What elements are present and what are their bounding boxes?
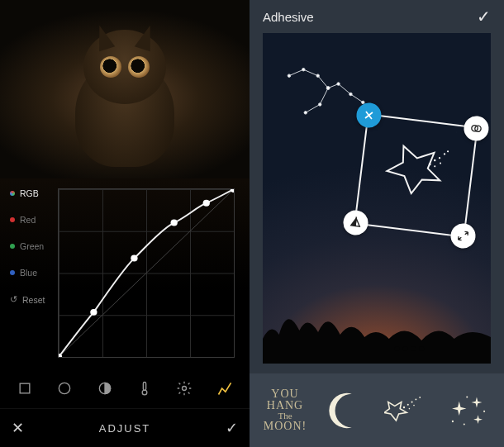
- svg-point-22: [395, 346, 400, 351]
- curve-grid-wrap: [55, 178, 250, 368]
- preview-image: [0, 0, 250, 178]
- curves-editor-panel: RGB Red Green Blue ↺ Reset: [0, 0, 250, 447]
- settings-tool[interactable]: [175, 379, 193, 397]
- sticker-option-crescent-moon[interactable]: [320, 384, 373, 437]
- svg-point-43: [466, 396, 468, 397]
- svg-point-8: [59, 383, 70, 393]
- bottom-bar: ✕ ADJUST ✓: [0, 409, 250, 447]
- svg-point-38: [415, 398, 416, 400]
- svg-point-25: [419, 346, 424, 351]
- svg-point-27: [433, 159, 435, 161]
- text-line: YOU: [271, 388, 298, 400]
- svg-point-18: [349, 93, 352, 95]
- svg-point-35: [403, 406, 405, 407]
- sticker-confirm-button[interactable]: ✓: [477, 7, 491, 26]
- svg-point-4: [171, 220, 178, 226]
- svg-line-0: [59, 189, 234, 357]
- svg-point-41: [413, 404, 415, 406]
- sticker-option-sparkles[interactable]: [442, 384, 495, 437]
- text-line: MOON!: [264, 421, 307, 432]
- sticker-canvas[interactable]: [263, 33, 491, 364]
- svg-point-45: [464, 423, 465, 425]
- sticker-selection-box[interactable]: [354, 113, 478, 237]
- sticker-editor-panel: Adhesive ✓: [250, 0, 504, 447]
- text-line: HANG: [267, 400, 303, 411]
- rgb-dot-icon: [10, 191, 15, 196]
- svg-point-12: [183, 386, 187, 390]
- channel-label: Blue: [20, 268, 37, 278]
- svg-point-23: [403, 346, 408, 351]
- svg-point-42: [452, 420, 454, 421]
- svg-point-21: [304, 112, 307, 114]
- channel-label: RGB: [20, 188, 39, 198]
- svg-point-28: [438, 156, 440, 159]
- svg-point-2: [90, 309, 97, 316]
- sticker-tray: YOU HANG The MOON!: [250, 373, 504, 447]
- silhouette-trees: [263, 289, 491, 364]
- star-sticker-icon: [374, 136, 457, 218]
- svg-point-30: [446, 150, 448, 152]
- svg-point-15: [316, 74, 319, 77]
- green-dot-icon: [10, 244, 15, 249]
- cancel-button[interactable]: ✕: [12, 419, 28, 437]
- svg-point-24: [411, 346, 416, 351]
- blue-dot-icon: [10, 270, 15, 275]
- confirm-button[interactable]: ✓: [221, 419, 238, 437]
- reset-label: Reset: [22, 295, 45, 305]
- temperature-tool[interactable]: [136, 379, 154, 397]
- svg-point-17: [337, 83, 340, 85]
- vignette-tool[interactable]: [55, 379, 74, 397]
- sticker-header-title: Adhesive: [263, 10, 314, 24]
- curve-grid[interactable]: [58, 188, 235, 358]
- sticker-header: Adhesive ✓: [250, 0, 504, 33]
- curve-line[interactable]: [59, 189, 234, 357]
- svg-point-29: [443, 153, 445, 155]
- channel-green[interactable]: Green: [10, 241, 55, 251]
- svg-point-39: [419, 397, 421, 398]
- svg-point-16: [326, 87, 330, 90]
- curves-tool[interactable]: [216, 379, 234, 397]
- curves-panel: RGB Red Green Blue ↺ Reset: [0, 178, 250, 368]
- owl-illustration: [67, 30, 183, 162]
- svg-point-20: [319, 103, 321, 106]
- channel-blue[interactable]: Blue: [10, 268, 55, 278]
- svg-point-40: [409, 407, 411, 409]
- svg-point-3: [131, 255, 137, 262]
- svg-rect-7: [20, 383, 30, 393]
- svg-point-37: [411, 401, 413, 402]
- reset-button[interactable]: ↺ Reset: [10, 294, 55, 305]
- adjust-tool-row: [0, 368, 250, 409]
- svg-point-5: [203, 200, 210, 207]
- svg-point-32: [439, 162, 440, 164]
- channel-list: RGB Red Green Blue ↺ Reset: [0, 178, 55, 368]
- svg-point-13: [288, 74, 290, 77]
- red-dot-icon: [10, 217, 15, 222]
- channel-red[interactable]: Red: [10, 215, 55, 225]
- svg-point-31: [434, 165, 435, 167]
- mode-title: ADJUST: [28, 422, 221, 435]
- svg-point-44: [483, 410, 485, 411]
- sticker-option-text-moon[interactable]: YOU HANG The MOON!: [259, 384, 311, 437]
- channel-rgb[interactable]: RGB: [10, 188, 55, 198]
- tone-tool[interactable]: [96, 379, 114, 397]
- channel-label: Red: [20, 215, 36, 225]
- svg-rect-10: [143, 382, 145, 390]
- svg-point-36: [407, 403, 409, 405]
- svg-point-26: [428, 163, 430, 165]
- crop-tool[interactable]: [16, 379, 34, 397]
- reset-icon: ↺: [10, 294, 17, 305]
- sticker-option-shooting-star[interactable]: [381, 384, 434, 437]
- channel-label: Green: [20, 241, 44, 251]
- svg-point-14: [302, 68, 305, 70]
